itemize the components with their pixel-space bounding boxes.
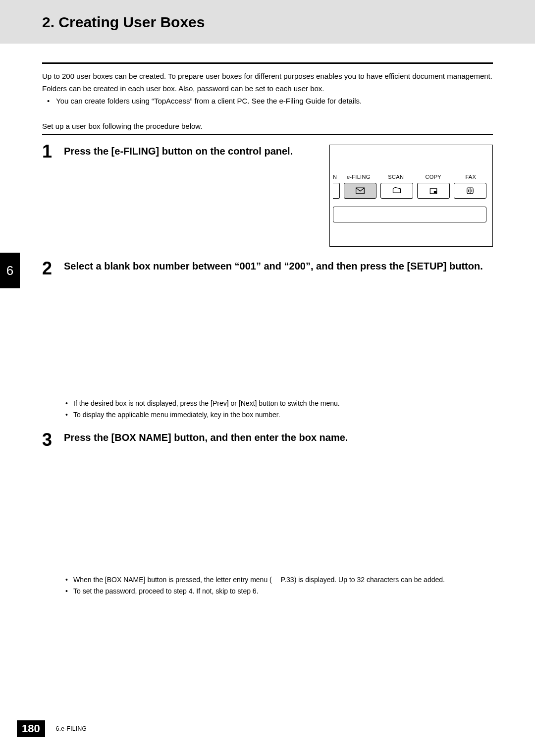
step-2-notes: If the desired box is not displayed, pre… bbox=[42, 398, 493, 420]
intro-p1: Up to 200 user boxes can be created. To … bbox=[42, 71, 493, 81]
control-panel-diagram: N e-FILING SCAN COPY FAX bbox=[329, 145, 493, 247]
step-2-note-1: If the desired box is not displayed, pre… bbox=[64, 398, 493, 409]
copy-button bbox=[417, 183, 450, 199]
svg-rect-1 bbox=[434, 191, 436, 193]
panel-label-fax: FAX bbox=[452, 174, 490, 180]
footer-section-label: 6.e-FILING bbox=[56, 725, 87, 732]
page-content: Up to 200 user boxes can be created. To … bbox=[0, 62, 535, 596]
panel-label-copy: COPY bbox=[415, 174, 452, 180]
step-1-title: Press the [e-FILING] button on the contr… bbox=[64, 145, 315, 158]
intro-p2: Folders can be created in each user box.… bbox=[42, 83, 493, 94]
step-3-title: Press the [BOX NAME] button, and then en… bbox=[64, 431, 493, 444]
page-header: 2. Creating User Boxes bbox=[0, 0, 535, 44]
step-3-note-2: To set the password, proceed to step 4. … bbox=[64, 586, 493, 596]
divider bbox=[42, 62, 493, 64]
panel-partial-button bbox=[333, 183, 340, 199]
step-1-body: Press the [e-FILING] button on the contr… bbox=[64, 143, 493, 247]
panel-label-n: N bbox=[333, 174, 340, 180]
intro-bullet-1: You can create folders using “TopAccess”… bbox=[42, 96, 493, 106]
step-number-2: 2 bbox=[42, 260, 56, 277]
intro-text: Up to 200 user boxes can be created. To … bbox=[42, 71, 493, 106]
step-3-notes: When the [BOX NAME] button is pressed, t… bbox=[42, 575, 493, 596]
divider bbox=[42, 134, 493, 135]
setup-instruction: Set up a user box following the procedur… bbox=[42, 122, 493, 130]
chapter-tab: 6 bbox=[0, 253, 20, 288]
page-footer: 180 6.e-FILING bbox=[17, 720, 87, 737]
step-3: 3 Press the [BOX NAME] button, and then … bbox=[42, 431, 493, 449]
intro-bullets: You can create folders using “TopAccess”… bbox=[42, 96, 493, 106]
panel-lower-button bbox=[333, 207, 486, 222]
copy-icon bbox=[428, 186, 438, 195]
step-1: 1 Press the [e-FILING] button on the con… bbox=[42, 143, 493, 252]
scan-button bbox=[380, 183, 413, 199]
step-3-body: Press the [BOX NAME] button, and then en… bbox=[64, 431, 493, 444]
scan-icon bbox=[392, 186, 402, 195]
envelope-icon bbox=[355, 186, 365, 195]
fax-button bbox=[454, 183, 486, 199]
panel-label-efiling: e-FILING bbox=[340, 174, 377, 180]
step-number-3: 3 bbox=[42, 431, 56, 449]
step-number-1: 1 bbox=[42, 143, 56, 161]
panel-label-scan: SCAN bbox=[377, 174, 415, 180]
page-title: 2. Creating User Boxes bbox=[42, 14, 535, 31]
efiling-button bbox=[344, 183, 376, 199]
step-3-note-1: When the [BOX NAME] button is pressed, t… bbox=[64, 575, 493, 585]
fax-icon bbox=[465, 186, 475, 195]
step-2: 2 Select a blank box number between “001… bbox=[42, 260, 493, 277]
page-number: 180 bbox=[17, 720, 45, 737]
step-2-title: Select a blank box number between “001” … bbox=[64, 260, 493, 272]
step-2-body: Select a blank box number between “001” … bbox=[64, 260, 493, 272]
step-2-note-2: To display the applicable menu immediate… bbox=[64, 410, 493, 420]
